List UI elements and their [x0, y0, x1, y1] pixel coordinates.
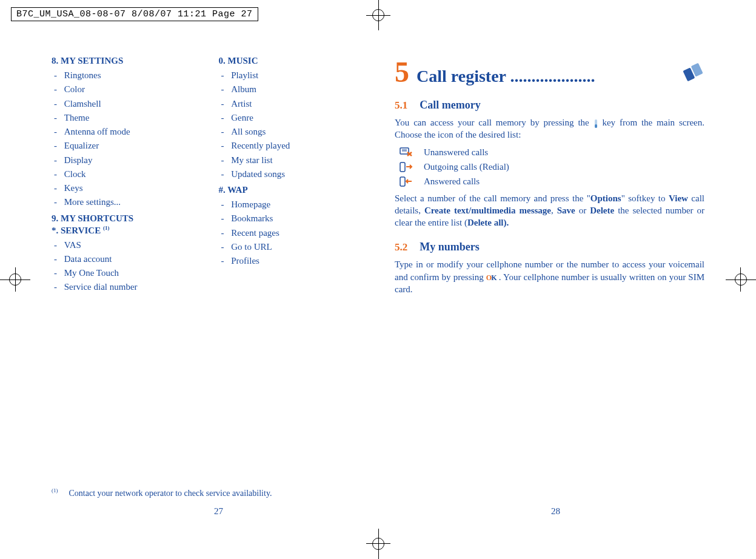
bold-text: Save	[557, 206, 575, 215]
footnote: (1)Contact your network operator to chec…	[52, 487, 272, 498]
svg-rect-7	[400, 162, 405, 172]
list-item: Ringtones	[65, 69, 195, 82]
page-spread: 8. MY SETTINGS Ringtones Color Clamshell…	[52, 52, 707, 517]
bold-text: Create text/multimedia message	[424, 206, 551, 215]
text-run: or	[575, 206, 590, 215]
phone-icon	[681, 62, 704, 82]
footnote-text: Contact your network operator to check s…	[69, 489, 272, 498]
list-item: Theme	[65, 111, 195, 125]
list-item: Keys	[65, 181, 195, 195]
list-item: Data account	[65, 252, 195, 266]
call-label: Unanswered calls	[424, 147, 488, 158]
call-row: Outgoing calls (Redial)	[400, 162, 704, 173]
crop-circle-right	[735, 273, 747, 286]
text-run: You can access your call memory by press…	[395, 118, 594, 127]
list-item: Playlist	[232, 69, 362, 82]
list-item: Recently played	[232, 139, 362, 153]
page-right: 5 Call register .................... 5.1…	[386, 52, 707, 517]
text-run: ,	[551, 206, 557, 215]
text-run: Select a number of the call memory and p…	[395, 193, 590, 203]
bold-text: Delete	[590, 206, 614, 215]
list-item: My One Touch	[65, 266, 195, 280]
bold-text: View	[669, 193, 688, 203]
chapter-title: Call register ....................	[416, 67, 674, 86]
list-item: Updated songs	[232, 167, 362, 181]
list-item: Clamshell	[65, 97, 195, 111]
list-item: Album	[232, 82, 362, 96]
bold-text: Options	[590, 193, 621, 203]
section-items: Homepage Bookmarks Recent pages Go to UR…	[232, 198, 362, 268]
list-item: Profiles	[232, 254, 362, 268]
list-item: Go to URL	[232, 240, 362, 254]
subsection-number: 5.1	[395, 99, 407, 112]
call-type-list: Unanswered calls Outgoing calls (Redial)…	[395, 147, 704, 187]
list-item: All songs	[232, 125, 362, 139]
list-item: My star list	[232, 153, 362, 167]
unanswered-calls-icon	[400, 147, 413, 158]
section-items: VAS Data account My One Touch Service di…	[65, 238, 195, 295]
section-title-text: *. SERVICE	[52, 226, 103, 235]
subsection-heading: 5.1 Call memory	[395, 99, 704, 112]
chapter-heading: 5 Call register ....................	[395, 58, 704, 87]
list-item: Bookmarks	[232, 212, 362, 226]
section-items: Playlist Album Artist Genre All songs Re…	[232, 69, 362, 181]
list-item: Service dial number	[65, 280, 195, 294]
page-number: 28	[395, 506, 717, 517]
body-paragraph: You can access your call memory by press…	[395, 116, 704, 141]
subsection-number: 5.2	[395, 241, 407, 253]
left-column-2: 0. MUSIC Playlist Album Artist Genre All…	[219, 55, 362, 298]
list-item: Equalizer	[65, 139, 195, 153]
list-item: Genre	[232, 111, 362, 125]
section-title: *. SERVICE (1)	[52, 225, 195, 236]
body-paragraph: Type in or modify your cellphone number …	[395, 258, 704, 295]
bold-text: Delete all).	[467, 218, 509, 227]
outgoing-calls-icon	[400, 162, 413, 173]
call-row: Unanswered calls	[400, 147, 704, 158]
crop-circle-bottom	[372, 538, 384, 550]
svg-rect-8	[400, 177, 405, 186]
footnote-marker: (1)	[52, 487, 58, 494]
list-item: More settings...	[65, 195, 195, 209]
list-item: Antenna off mode	[65, 125, 195, 139]
svg-rect-3	[595, 124, 597, 128]
page-number: 27	[52, 506, 386, 517]
list-item: Display	[65, 153, 195, 167]
section-title: 0. MUSIC	[219, 56, 362, 66]
body-paragraph: Select a number of the call memory and p…	[395, 192, 704, 229]
left-column-1: 8. MY SETTINGS Ringtones Color Clamshell…	[52, 55, 195, 298]
footnote-ref: (1)	[103, 225, 110, 231]
ok-key-icon: OK	[486, 273, 497, 283]
subsection-title: My numbers	[420, 241, 480, 253]
section-items: Ringtones Color Clamshell Theme Antenna …	[65, 69, 195, 210]
call-label: Outgoing calls (Redial)	[424, 162, 509, 172]
list-item: VAS	[65, 238, 195, 252]
chapter-number: 5	[395, 58, 409, 87]
list-item: Color	[65, 82, 195, 96]
page-left: 8. MY SETTINGS Ringtones Color Clamshell…	[52, 52, 386, 517]
section-title: 8. MY SETTINGS	[52, 56, 195, 66]
call-label: Answered calls	[424, 176, 480, 187]
print-header: B7C_UM_USA_08-08-07 8/08/07 11:21 Page 2…	[11, 7, 258, 21]
list-item: Recent pages	[232, 226, 362, 240]
text-run: " softkey to	[621, 193, 669, 203]
key-icon	[594, 119, 598, 128]
section-title: 9. MY SHORTCUTS	[52, 213, 195, 224]
list-item: Clock	[65, 167, 195, 181]
section-title: #. WAP	[219, 185, 362, 195]
call-row: Answered calls	[400, 176, 704, 187]
list-item: Artist	[232, 97, 362, 111]
crop-circle-top	[372, 9, 384, 21]
subsection-heading: 5.2 My numbers	[395, 241, 704, 253]
answered-calls-icon	[400, 176, 413, 187]
list-item: Homepage	[232, 198, 362, 212]
crop-circle-left	[9, 273, 21, 286]
subsection-title: Call memory	[420, 99, 480, 112]
